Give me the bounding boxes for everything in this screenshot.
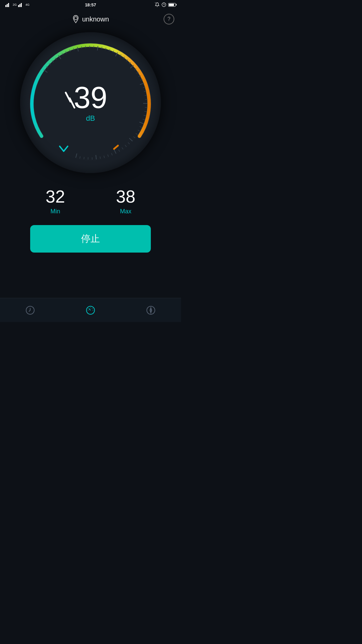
svg-line-52 [138, 130, 140, 131]
svg-line-48 [144, 115, 146, 116]
nav-history[interactable] [24, 304, 36, 316]
bottom-nav [0, 298, 181, 322]
location-area: unknown [72, 15, 109, 23]
svg-line-63 [104, 156, 105, 158]
svg-line-61 [111, 153, 112, 155]
min-label: Min [50, 208, 60, 215]
max-value: 38 [116, 186, 135, 207]
svg-line-47 [144, 111, 147, 112]
svg-rect-4 [19, 4, 20, 7]
nav-meter[interactable] [84, 304, 97, 316]
svg-line-69 [80, 156, 80, 159]
stats-row: 32 Min 38 Max [0, 176, 181, 222]
svg-line-51 [140, 126, 142, 127]
svg-rect-3 [18, 5, 19, 7]
meter-icon [84, 304, 97, 316]
svg-point-8 [74, 17, 77, 20]
nav-compass[interactable] [145, 304, 157, 316]
compass-icon [145, 304, 157, 316]
stop-button[interactable]: 停止 [30, 225, 151, 253]
svg-line-46 [145, 107, 147, 108]
svg-line-50 [139, 122, 143, 124]
signal2-icon [18, 2, 24, 7]
status-icons [155, 2, 176, 7]
svg-rect-0 [5, 5, 6, 7]
min-stat: 32 Min [46, 186, 65, 215]
svg-line-58 [122, 148, 123, 150]
svg-line-59 [119, 150, 120, 152]
svg-line-68 [84, 157, 84, 159]
max-stat: 38 Max [116, 186, 135, 215]
gauge-container: 39 dB [20, 32, 161, 173]
svg-marker-74 [150, 308, 152, 310]
svg-line-22 [85, 46, 86, 48]
svg-line-40 [140, 83, 144, 85]
svg-line-10 [44, 70, 48, 72]
svg-line-57 [125, 145, 126, 147]
svg-rect-1 [7, 4, 8, 7]
history-icon [24, 304, 36, 316]
alarm-icon [162, 2, 166, 7]
gauge-value: 39 [74, 83, 107, 113]
svg-rect-2 [8, 3, 9, 7]
min-chevron [60, 146, 68, 151]
svg-marker-75 [150, 310, 152, 313]
svg-line-53 [136, 133, 138, 135]
svg-line-35 [130, 65, 134, 68]
help-button[interactable]: ? [164, 14, 174, 24]
svg-line-70 [76, 154, 77, 158]
notification-icon [155, 2, 160, 7]
network2-label: 4G [25, 3, 29, 6]
max-label: Max [120, 208, 131, 215]
signal-area: 2G 4G [5, 2, 29, 7]
gauge-unit: dB [86, 114, 95, 123]
gauge-center: 39 dB [74, 83, 107, 123]
svg-line-64 [100, 157, 100, 159]
gauge-dial: 39 dB [20, 32, 161, 173]
svg-line-62 [108, 155, 108, 157]
svg-line-6 [155, 3, 156, 3]
status-bar: 2G 4G 18:57 [0, 0, 181, 9]
svg-line-65 [96, 155, 96, 159]
signal1-icon [5, 2, 11, 7]
battery-icon [168, 3, 176, 7]
svg-line-60 [114, 150, 116, 154]
location-text: unknown [82, 15, 109, 23]
svg-line-49 [142, 119, 145, 120]
svg-line-55 [129, 138, 133, 141]
svg-line-54 [133, 137, 135, 138]
location-icon [72, 15, 79, 23]
max-tick [114, 146, 118, 149]
svg-line-56 [128, 143, 130, 144]
svg-rect-5 [21, 3, 22, 7]
network1-label: 2G [13, 3, 17, 6]
status-time: 18:57 [85, 2, 96, 7]
header: unknown ? [0, 9, 181, 29]
min-value: 32 [46, 186, 65, 207]
needle2 [66, 93, 70, 102]
